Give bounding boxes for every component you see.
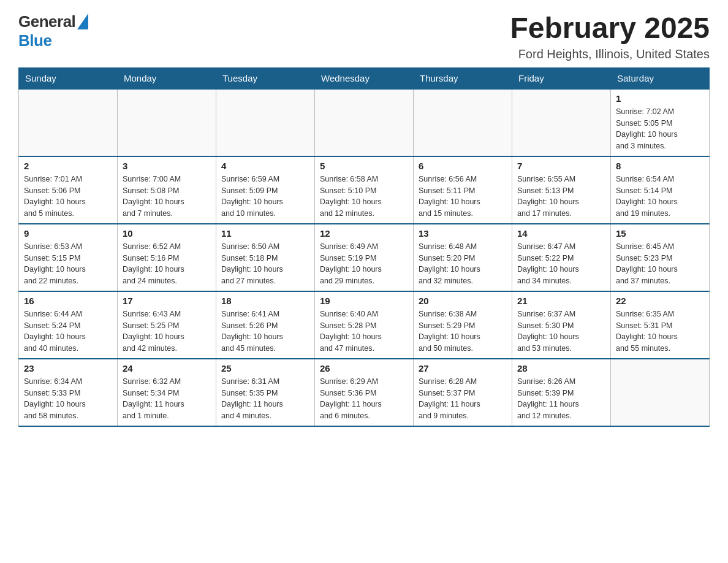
day-number: 25 xyxy=(221,363,309,373)
calendar-cell: 20Sunrise: 6:38 AMSunset: 5:29 PMDayligh… xyxy=(414,291,512,359)
month-title: February 2025 xyxy=(510,12,710,45)
day-info: Sunrise: 6:45 AMSunset: 5:23 PMDaylight:… xyxy=(616,241,704,287)
day-number: 1 xyxy=(616,93,704,104)
day-number: 28 xyxy=(517,363,605,373)
day-info: Sunrise: 6:44 AMSunset: 5:24 PMDaylight:… xyxy=(24,308,112,354)
title-section: February 2025 Ford Heights, Illinois, Un… xyxy=(510,12,710,61)
header-saturday: Saturday xyxy=(611,67,710,89)
day-info: Sunrise: 6:48 AMSunset: 5:20 PMDaylight:… xyxy=(419,241,507,287)
day-info: Sunrise: 6:52 AMSunset: 5:16 PMDaylight:… xyxy=(123,241,211,287)
day-number: 12 xyxy=(320,228,408,239)
day-info: Sunrise: 6:59 AMSunset: 5:09 PMDaylight:… xyxy=(221,174,309,220)
day-info: Sunrise: 6:37 AMSunset: 5:30 PMDaylight:… xyxy=(517,308,605,354)
calendar-cell: 12Sunrise: 6:49 AMSunset: 5:19 PMDayligh… xyxy=(315,224,414,291)
day-number: 21 xyxy=(517,296,605,306)
logo-general-text: General xyxy=(18,12,75,31)
calendar-cell: 16Sunrise: 6:44 AMSunset: 5:24 PMDayligh… xyxy=(19,291,118,359)
day-number: 5 xyxy=(320,161,408,171)
calendar-cell: 10Sunrise: 6:52 AMSunset: 5:16 PMDayligh… xyxy=(118,224,216,291)
calendar-cell: 22Sunrise: 6:35 AMSunset: 5:31 PMDayligh… xyxy=(611,291,710,359)
day-info: Sunrise: 6:34 AMSunset: 5:33 PMDaylight:… xyxy=(24,376,112,422)
day-number: 24 xyxy=(123,363,211,373)
day-number: 6 xyxy=(419,161,507,171)
day-info: Sunrise: 6:26 AMSunset: 5:39 PMDaylight:… xyxy=(517,376,605,422)
day-number: 3 xyxy=(123,161,211,171)
calendar-header-row: Sunday Monday Tuesday Wednesday Thursday… xyxy=(19,67,710,89)
logo-blue-text: Blue xyxy=(18,31,51,50)
calendar-cell: 23Sunrise: 6:34 AMSunset: 5:33 PMDayligh… xyxy=(19,359,118,426)
day-info: Sunrise: 6:38 AMSunset: 5:29 PMDaylight:… xyxy=(419,308,507,354)
calendar-cell: 14Sunrise: 6:47 AMSunset: 5:22 PMDayligh… xyxy=(512,224,611,291)
day-info: Sunrise: 6:31 AMSunset: 5:35 PMDaylight:… xyxy=(221,376,309,422)
day-number: 15 xyxy=(616,228,704,239)
calendar-cell xyxy=(611,359,710,426)
header-wednesday: Wednesday xyxy=(315,67,414,89)
day-info: Sunrise: 6:54 AMSunset: 5:14 PMDaylight:… xyxy=(616,174,704,220)
calendar-cell: 8Sunrise: 6:54 AMSunset: 5:14 PMDaylight… xyxy=(611,156,710,224)
day-info: Sunrise: 7:00 AMSunset: 5:08 PMDaylight:… xyxy=(123,174,211,220)
location-title: Ford Heights, Illinois, United States xyxy=(510,47,710,61)
header-monday: Monday xyxy=(118,67,216,89)
calendar-cell: 19Sunrise: 6:40 AMSunset: 5:28 PMDayligh… xyxy=(315,291,414,359)
day-info: Sunrise: 6:41 AMSunset: 5:26 PMDaylight:… xyxy=(221,308,309,354)
day-info: Sunrise: 6:55 AMSunset: 5:13 PMDaylight:… xyxy=(517,174,605,220)
day-number: 8 xyxy=(616,161,704,171)
day-info: Sunrise: 6:32 AMSunset: 5:34 PMDaylight:… xyxy=(123,376,211,422)
calendar-week-row: 1Sunrise: 7:02 AMSunset: 5:05 PMDaylight… xyxy=(19,89,710,156)
day-number: 11 xyxy=(221,228,309,239)
calendar-cell: 26Sunrise: 6:29 AMSunset: 5:36 PMDayligh… xyxy=(315,359,414,426)
page-header: General Blue February 2025 Ford Heights,… xyxy=(18,12,710,61)
day-number: 19 xyxy=(320,296,408,306)
day-number: 2 xyxy=(24,161,112,171)
calendar-cell: 5Sunrise: 6:58 AMSunset: 5:10 PMDaylight… xyxy=(315,156,414,224)
calendar-cell: 18Sunrise: 6:41 AMSunset: 5:26 PMDayligh… xyxy=(216,291,315,359)
day-number: 4 xyxy=(221,161,309,171)
calendar-cell: 3Sunrise: 7:00 AMSunset: 5:08 PMDaylight… xyxy=(118,156,216,224)
calendar-cell: 15Sunrise: 6:45 AMSunset: 5:23 PMDayligh… xyxy=(611,224,710,291)
day-info: Sunrise: 6:58 AMSunset: 5:10 PMDaylight:… xyxy=(320,174,408,220)
day-number: 26 xyxy=(320,363,408,373)
day-info: Sunrise: 6:50 AMSunset: 5:18 PMDaylight:… xyxy=(221,241,309,287)
day-info: Sunrise: 6:35 AMSunset: 5:31 PMDaylight:… xyxy=(616,308,704,354)
calendar-cell: 4Sunrise: 6:59 AMSunset: 5:09 PMDaylight… xyxy=(216,156,315,224)
day-number: 22 xyxy=(616,296,704,306)
day-number: 9 xyxy=(24,228,112,239)
day-number: 14 xyxy=(517,228,605,239)
day-number: 13 xyxy=(419,228,507,239)
header-tuesday: Tuesday xyxy=(216,67,315,89)
day-number: 23 xyxy=(24,363,112,373)
day-info: Sunrise: 7:01 AMSunset: 5:06 PMDaylight:… xyxy=(24,174,112,220)
calendar-cell: 11Sunrise: 6:50 AMSunset: 5:18 PMDayligh… xyxy=(216,224,315,291)
day-number: 18 xyxy=(221,296,309,306)
calendar-week-row: 16Sunrise: 6:44 AMSunset: 5:24 PMDayligh… xyxy=(19,291,710,359)
calendar-cell: 21Sunrise: 6:37 AMSunset: 5:30 PMDayligh… xyxy=(512,291,611,359)
calendar-cell: 2Sunrise: 7:01 AMSunset: 5:06 PMDaylight… xyxy=(19,156,118,224)
day-info: Sunrise: 6:53 AMSunset: 5:15 PMDaylight:… xyxy=(24,241,112,287)
day-number: 20 xyxy=(419,296,507,306)
calendar-cell: 1Sunrise: 7:02 AMSunset: 5:05 PMDaylight… xyxy=(611,89,710,156)
calendar-cell xyxy=(512,89,611,156)
day-info: Sunrise: 6:43 AMSunset: 5:25 PMDaylight:… xyxy=(123,308,211,354)
calendar-cell xyxy=(118,89,216,156)
calendar-cell: 13Sunrise: 6:48 AMSunset: 5:20 PMDayligh… xyxy=(414,224,512,291)
calendar-cell xyxy=(19,89,118,156)
calendar-cell: 27Sunrise: 6:28 AMSunset: 5:37 PMDayligh… xyxy=(414,359,512,426)
day-info: Sunrise: 6:28 AMSunset: 5:37 PMDaylight:… xyxy=(419,376,507,422)
calendar-week-row: 2Sunrise: 7:01 AMSunset: 5:06 PMDaylight… xyxy=(19,156,710,224)
day-info: Sunrise: 6:29 AMSunset: 5:36 PMDaylight:… xyxy=(320,376,408,422)
header-friday: Friday xyxy=(512,67,611,89)
logo-triangle-icon xyxy=(77,13,88,29)
day-number: 27 xyxy=(419,363,507,373)
logo: General Blue xyxy=(18,12,88,50)
calendar-cell: 28Sunrise: 6:26 AMSunset: 5:39 PMDayligh… xyxy=(512,359,611,426)
calendar-cell: 25Sunrise: 6:31 AMSunset: 5:35 PMDayligh… xyxy=(216,359,315,426)
calendar-cell: 7Sunrise: 6:55 AMSunset: 5:13 PMDaylight… xyxy=(512,156,611,224)
calendar-table: Sunday Monday Tuesday Wednesday Thursday… xyxy=(18,67,710,427)
day-info: Sunrise: 6:47 AMSunset: 5:22 PMDaylight:… xyxy=(517,241,605,287)
header-sunday: Sunday xyxy=(19,67,118,89)
calendar-cell: 24Sunrise: 6:32 AMSunset: 5:34 PMDayligh… xyxy=(118,359,216,426)
calendar-week-row: 9Sunrise: 6:53 AMSunset: 5:15 PMDaylight… xyxy=(19,224,710,291)
day-info: Sunrise: 6:49 AMSunset: 5:19 PMDaylight:… xyxy=(320,241,408,287)
day-number: 16 xyxy=(24,296,112,306)
calendar-cell xyxy=(216,89,315,156)
